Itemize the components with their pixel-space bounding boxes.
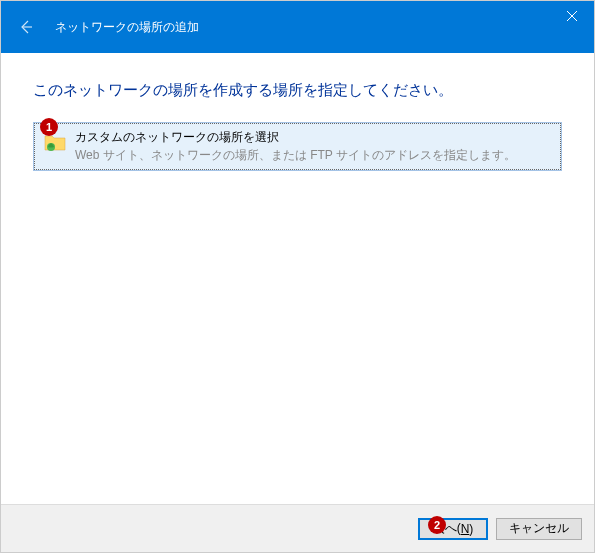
page-heading: このネットワークの場所を作成する場所を指定してください。 [33, 81, 562, 100]
back-arrow-icon [18, 19, 34, 35]
cancel-button[interactable]: キャンセル [496, 518, 582, 540]
option-list: カスタムのネットワークの場所を選択 Web サイト、ネットワークの場所、または … [33, 122, 562, 171]
window-title: ネットワークの場所の追加 [55, 19, 199, 36]
option-custom-location[interactable]: カスタムのネットワークの場所を選択 Web サイト、ネットワークの場所、または … [34, 123, 561, 170]
titlebar: ネットワークの場所の追加 [1, 1, 594, 53]
annotation-badge-2: 2 [428, 516, 446, 534]
close-icon [566, 10, 578, 22]
annotation-badge-1: 1 [40, 118, 58, 136]
option-description: Web サイト、ネットワークの場所、または FTP サイトのアドレスを指定します… [75, 147, 552, 164]
wizard-content: このネットワークの場所を作成する場所を指定してください。 カスタムのネットワーク… [1, 53, 594, 171]
back-button[interactable] [15, 16, 37, 38]
wizard-footer: 次へ(N) キャンセル [1, 504, 594, 552]
option-text: カスタムのネットワークの場所を選択 Web サイト、ネットワークの場所、または … [75, 129, 552, 164]
option-title: カスタムのネットワークの場所を選択 [75, 129, 552, 146]
close-button[interactable] [549, 1, 594, 31]
